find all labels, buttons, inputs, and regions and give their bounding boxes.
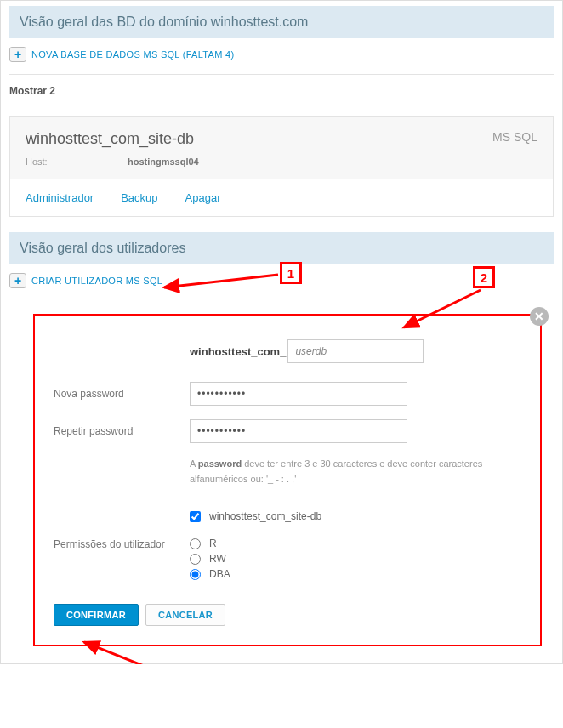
perm-rw-radio[interactable]: [190, 554, 201, 565]
add-user-label: CRIAR UTILIZADOR MS SQL: [31, 276, 162, 286]
host-value: hostingmssql04: [128, 156, 199, 167]
callout-2: 2: [473, 266, 495, 288]
db-card-head: winhosttest_com_site-db MS SQL Host: hos…: [10, 117, 553, 179]
db-card: winhosttest_com_site-db MS SQL Host: hos…: [9, 116, 554, 217]
db-title: winhosttest_com_site-db: [26, 130, 537, 148]
close-icon[interactable]: ✕: [530, 307, 549, 326]
db-actions: Administrador Backup Apagar: [10, 179, 553, 216]
perm-label: Permissões do utilizador: [54, 537, 190, 580]
backup-link[interactable]: Backup: [121, 191, 157, 204]
password-helper: A password deve ter entre 3 e 30 caracte…: [190, 457, 521, 486]
perm-r-radio[interactable]: [190, 538, 201, 549]
admin-link[interactable]: Administrador: [26, 191, 94, 204]
perm-rw-label: RW: [209, 553, 226, 565]
user-prefix: winhosttest_com_: [190, 345, 287, 358]
add-db-row[interactable]: + NOVA BASE DE DADOS MS SQL (FALTAM 4): [9, 38, 554, 71]
plus-icon[interactable]: +: [9, 273, 26, 288]
users-overview-header: Visão geral dos utilizadores: [9, 232, 554, 264]
confirm-button[interactable]: CONFIRMAR: [54, 604, 139, 626]
perm-dba-radio[interactable]: [190, 569, 201, 580]
db-checkbox[interactable]: [190, 511, 201, 522]
db-overview-header: Visão geral das BD do domínio winhosttes…: [9, 6, 554, 38]
user-form: winhosttest_com_ Nova password Repetir p…: [33, 314, 542, 646]
username-input[interactable]: [287, 339, 424, 363]
db-checkbox-label: winhosttest_com_site-db: [209, 510, 321, 522]
main-panel: Visão geral das BD do domínio winhosttes…: [0, 0, 563, 664]
cancel-button[interactable]: CANCELAR: [145, 604, 225, 626]
user-form-wrap: ✕ winhosttest_com_ Nova password Repetir…: [33, 314, 542, 646]
callout-1: 1: [280, 262, 302, 284]
host-label: Host:: [26, 156, 128, 167]
add-db-label: NOVA BASE DE DADOS MS SQL (FALTAM 4): [31, 49, 234, 60]
newpass-input[interactable]: [190, 382, 407, 406]
db-type-badge: MS SQL: [492, 130, 537, 144]
reppass-input[interactable]: [190, 419, 407, 443]
perm-dba-label: DBA: [209, 568, 230, 580]
perm-r-label: R: [209, 537, 217, 549]
show-count: Mostrar 2: [9, 75, 554, 107]
delete-link[interactable]: Apagar: [185, 191, 221, 204]
newpass-label: Nova password: [54, 388, 190, 400]
plus-icon[interactable]: +: [9, 47, 26, 62]
reppass-label: Repetir password: [54, 425, 190, 437]
